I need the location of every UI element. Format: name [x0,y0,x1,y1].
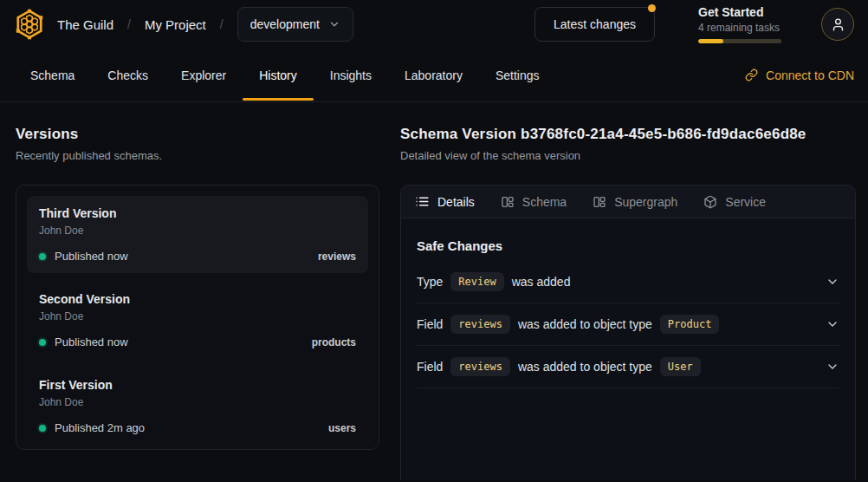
box-icon [703,195,717,209]
change-row[interactable]: Field reviews was added to object type P… [417,303,839,346]
version-detail-card: Details Schema Sup [400,185,856,480]
target-selector-value: development [250,17,320,31]
detail-tab-label: Service [725,195,766,209]
change-suffix: was added [512,275,571,289]
version-list-item[interactable]: Third Version John Doe Published now rev… [27,196,368,273]
breadcrumb-project[interactable]: My Project [145,17,206,32]
get-started-title: Get Started [698,5,781,19]
versions-subtitle: Recently published schemas. [16,149,379,162]
version-name: First Version [39,378,356,392]
breadcrumb-separator: / [127,17,131,31]
service-name-label: users [328,422,356,434]
version-author: John Doe [39,396,356,408]
version-detail-panel: Schema Version b3768fc0-21a4-45e5-b686-f… [400,102,868,480]
tab-insights[interactable]: Insights [314,49,388,101]
version-author: John Doe [39,310,356,322]
panels-icon [593,195,606,209]
latest-changes-button[interactable]: Latest changes [534,7,655,42]
target-selector-dropdown[interactable]: development [237,7,353,42]
detail-tabs: Details Schema Sup [401,186,855,218]
chevron-down-icon [826,317,839,331]
chevron-down-icon [826,275,839,289]
published-label: Published now [55,335,128,348]
version-name: Third Version [39,206,356,220]
notification-dot [648,4,656,12]
published-status-dot [39,425,46,432]
change-code-badge: Product [660,315,720,334]
breadcrumb-separator: / [220,17,223,31]
version-list-item[interactable]: First Version John Doe Published 2m ago … [27,368,368,445]
breadcrumb: The Guild / My Project / development [57,7,353,42]
tab-schema[interactable]: Schema [14,49,91,101]
detail-tab-label: Supergraph [614,195,677,209]
published-label: Published now [55,250,128,263]
user-icon [831,17,845,32]
tab-settings[interactable]: Settings [479,49,556,101]
versions-panel: Versions Recently published schemas. Thi… [0,102,400,480]
list-icon [415,194,430,209]
published-status-dot [39,253,46,260]
detail-body: Safe Changes Type Review was added Field… [401,238,855,388]
safe-changes-heading: Safe Changes [417,238,839,253]
change-row[interactable]: Field reviews was added to object type U… [417,346,839,388]
nav-tabs: Schema Checks Explorer History Insights … [14,49,556,101]
latest-changes-label: Latest changes [554,17,636,31]
service-name-label: products [312,336,356,348]
main-content: Versions Recently published schemas. Thi… [0,102,868,480]
tab-explorer[interactable]: Explorer [165,49,243,101]
project-nav: Schema Checks Explorer History Insights … [0,49,868,102]
chevron-down-icon [328,18,340,30]
change-suffix: was added to object type [518,360,652,374]
detail-tab-label: Details [437,195,475,209]
version-name: Second Version [39,292,356,306]
get-started-progress-bar [698,39,781,43]
detail-tab-label: Schema [522,195,567,209]
tab-checks[interactable]: Checks [91,49,165,101]
chevron-down-icon [826,360,839,374]
change-code-badge: Review [450,272,503,291]
progress-fill [698,39,723,43]
user-avatar[interactable] [821,8,854,41]
connect-to-cdn-label: Connect to CDN [766,68,854,82]
version-detail-title: Schema Version b3768fc0-21a4-45e5-b686-f… [400,126,856,143]
version-list-item[interactable]: Second Version John Doe Published now pr… [27,282,368,359]
get-started-subtitle: 4 remaining tasks [698,22,781,34]
change-code-badge: reviews [450,357,510,376]
guild-logo-icon[interactable] [14,9,45,40]
published-status-dot [39,339,46,346]
detail-tab-service[interactable]: Service [703,195,766,209]
version-detail-subtitle: Detailed view of the schema version [400,149,856,162]
change-suffix: was added to object type [518,317,652,331]
change-row[interactable]: Type Review was added [417,261,839,303]
change-code-badge: User [660,357,701,376]
get-started-widget[interactable]: Get Started 4 remaining tasks [698,5,781,43]
published-label: Published 2m ago [55,421,145,434]
detail-tab-details[interactable]: Details [415,194,475,209]
versions-title: Versions [16,126,379,143]
change-prefix: Field [417,360,443,374]
top-bar: The Guild / My Project / development Lat… [0,0,868,49]
tab-history[interactable]: History [243,49,314,101]
connect-to-cdn-link[interactable]: Connect to CDN [745,49,854,101]
service-name-label: reviews [318,251,356,263]
change-code-badge: reviews [450,315,510,334]
detail-tab-schema[interactable]: Schema [501,195,567,209]
link-icon [745,68,758,81]
versions-list: Third Version John Doe Published now rev… [16,185,379,450]
change-prefix: Type [417,275,443,289]
breadcrumb-org[interactable]: The Guild [57,17,113,32]
tab-laboratory[interactable]: Laboratory [388,49,479,101]
change-prefix: Field [417,317,443,331]
panels-icon [501,195,515,209]
version-author: John Doe [39,225,356,237]
detail-tab-supergraph[interactable]: Supergraph [593,195,677,209]
